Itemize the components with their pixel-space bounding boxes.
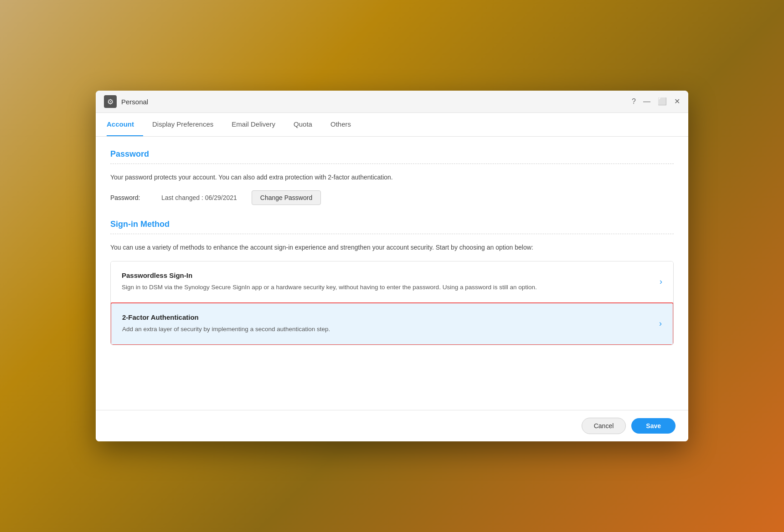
password-section: Password Your password protects your acc…	[110, 149, 674, 205]
passwordless-card-arrow: ›	[660, 277, 662, 286]
password-divider	[110, 164, 674, 164]
tab-account[interactable]: Account	[107, 113, 143, 136]
password-label: Password:	[110, 194, 147, 201]
password-row: Password: Last changed : 06/29/2021 Chan…	[110, 190, 674, 205]
save-button[interactable]: Save	[631, 418, 676, 434]
passwordless-card-description: Sign in to DSM via the Synology Secure S…	[122, 283, 652, 292]
tab-quota[interactable]: Quota	[284, 113, 321, 136]
window-controls: ? — ⬜ ✕	[632, 98, 680, 105]
minimize-button[interactable]: —	[643, 98, 650, 105]
tab-display-preferences[interactable]: Display Preferences	[143, 113, 222, 136]
maximize-button[interactable]: ⬜	[658, 98, 667, 105]
2fa-card-description: Add an extra layer of security by implem…	[122, 325, 652, 334]
password-section-title: Password	[110, 149, 674, 159]
tab-others[interactable]: Others	[321, 113, 360, 136]
signin-description: You can use a variety of methods to enha…	[110, 242, 674, 252]
passwordless-card-title: Passwordless Sign-In	[122, 271, 652, 279]
last-changed-text: Last changed : 06/29/2021	[161, 194, 237, 201]
personal-window: ⚙ Personal ? — ⬜ ✕ Account Display Prefe…	[96, 91, 688, 441]
passwordless-signin-card[interactable]: Passwordless Sign-In Sign in to DSM via …	[111, 261, 673, 303]
footer: Cancel Save	[96, 410, 688, 441]
close-button[interactable]: ✕	[674, 98, 680, 105]
tab-bar: Account Display Preferences Email Delive…	[96, 113, 688, 137]
2fa-card-title: 2-Factor Authentication	[122, 313, 652, 321]
passwordless-card-content: Passwordless Sign-In Sign in to DSM via …	[122, 271, 652, 292]
help-button[interactable]: ?	[632, 98, 636, 105]
app-icon: ⚙	[104, 95, 117, 108]
signin-section: Sign-in Method You can use a variety of …	[110, 220, 674, 345]
titlebar-left: ⚙ Personal	[104, 95, 148, 108]
2fa-card-arrow: ›	[659, 319, 662, 328]
password-description: Your password protects your account. You…	[110, 172, 674, 182]
2fa-card-content: 2-Factor Authentication Add an extra lay…	[122, 313, 652, 334]
cancel-button[interactable]: Cancel	[582, 418, 626, 434]
2fa-card[interactable]: 2-Factor Authentication Add an extra lay…	[110, 302, 674, 345]
titlebar: ⚙ Personal ? — ⬜ ✕	[96, 91, 688, 113]
signin-option-cards: Passwordless Sign-In Sign in to DSM via …	[110, 261, 674, 345]
window-title: Personal	[121, 98, 148, 106]
main-content: Password Your password protects your acc…	[96, 137, 688, 410]
change-password-button[interactable]: Change Password	[252, 190, 321, 205]
tab-email-delivery[interactable]: Email Delivery	[222, 113, 284, 136]
signin-section-title: Sign-in Method	[110, 220, 674, 229]
signin-divider	[110, 234, 674, 234]
